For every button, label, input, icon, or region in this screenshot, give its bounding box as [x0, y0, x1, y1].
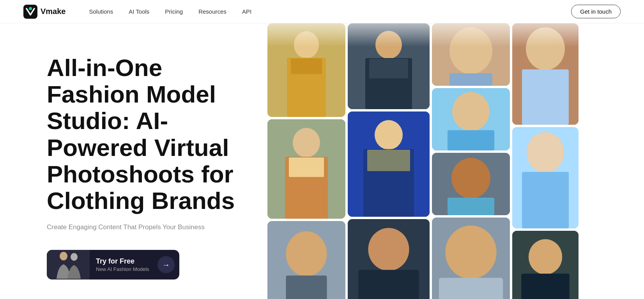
photo-man-young	[348, 219, 430, 299]
cta-main-label: Try for Free	[96, 257, 151, 265]
photo-column-4	[512, 23, 579, 299]
nav-links: Solutions AI Tools Pricing Resources API	[89, 8, 571, 15]
svg-point-16	[375, 31, 402, 59]
photo-man-darkcoat	[348, 23, 430, 109]
svg-rect-7	[291, 58, 322, 74]
photo-man-gray-jacket	[432, 218, 510, 299]
photo-woman-brunette	[512, 23, 579, 125]
svg-point-39	[526, 27, 565, 70]
svg-rect-40	[522, 69, 569, 125]
nav-solutions[interactable]: Solutions	[89, 8, 113, 15]
svg-point-42	[527, 132, 564, 173]
hero-left: All-in-One Fashion Model Studio: AI-Powe…	[0, 23, 265, 299]
svg-point-2	[60, 252, 67, 260]
svg-point-30	[452, 92, 490, 131]
svg-point-36	[445, 226, 496, 279]
get-in-touch-button[interactable]: Get in touch	[571, 5, 621, 18]
nav-resources[interactable]: Resources	[198, 8, 226, 15]
nav-ai-tools[interactable]: AI Tools	[129, 8, 149, 15]
cta-arrow-icon: →	[157, 256, 175, 273]
svg-rect-25	[358, 270, 419, 299]
svg-rect-14	[286, 276, 327, 299]
svg-point-9	[293, 128, 320, 157]
vmake-logo-icon	[23, 5, 37, 19]
svg-point-45	[529, 239, 562, 275]
photo-grid	[265, 23, 644, 299]
svg-point-24	[368, 228, 409, 271]
photo-man-face	[267, 221, 345, 299]
cta-text: Try for Free New AI Fashion Models	[90, 257, 157, 272]
nav-pricing[interactable]: Pricing	[165, 8, 183, 15]
photo-woman-blue-dress	[512, 127, 579, 228]
svg-point-33	[451, 158, 490, 198]
hero-subtitle: Create Engaging Content That Propels You…	[47, 223, 242, 231]
svg-point-5	[294, 31, 319, 58]
svg-rect-11	[289, 157, 324, 177]
photo-woman-yellow	[267, 23, 345, 117]
photo-woman-asian-portrait	[432, 23, 510, 86]
cta-figures-icon	[49, 251, 88, 279]
photo-column-3	[432, 23, 510, 299]
svg-rect-34	[448, 198, 494, 215]
svg-rect-43	[522, 172, 569, 228]
nav-api[interactable]: API	[242, 8, 251, 15]
photo-woman-blue-top	[432, 88, 510, 150]
photo-woman-suit-blue	[348, 111, 430, 217]
logo[interactable]: Vmake	[23, 5, 66, 19]
photo-woman-black-portrait	[432, 153, 510, 215]
svg-point-3	[71, 253, 78, 261]
cta-sub-label: New AI Fashion Models	[96, 266, 151, 272]
svg-rect-22	[367, 150, 410, 171]
svg-rect-0	[23, 5, 37, 19]
photo-woman-street-coat	[512, 231, 579, 299]
svg-point-20	[375, 120, 403, 150]
svg-rect-28	[449, 73, 492, 86]
navbar: Vmake Solutions AI Tools Pricing Resourc…	[0, 0, 644, 23]
photo-column-2	[348, 23, 430, 299]
photo-man-street	[267, 119, 345, 219]
cta-preview-image	[47, 250, 90, 280]
svg-rect-46	[521, 274, 569, 299]
logo-text: Vmake	[41, 7, 66, 16]
try-for-free-button[interactable]: Try for Free New AI Fashion Models →	[47, 250, 179, 280]
hero-section: All-in-One Fashion Model Studio: AI-Powe…	[0, 23, 644, 299]
svg-rect-31	[448, 130, 494, 150]
svg-point-13	[286, 231, 327, 276]
svg-rect-37	[439, 278, 503, 299]
photo-column-1	[267, 23, 345, 299]
svg-rect-18	[369, 59, 408, 78]
svg-point-27	[449, 27, 492, 74]
svg-point-1	[29, 7, 32, 10]
hero-title: All-in-One Fashion Model Studio: AI-Powe…	[47, 55, 242, 214]
